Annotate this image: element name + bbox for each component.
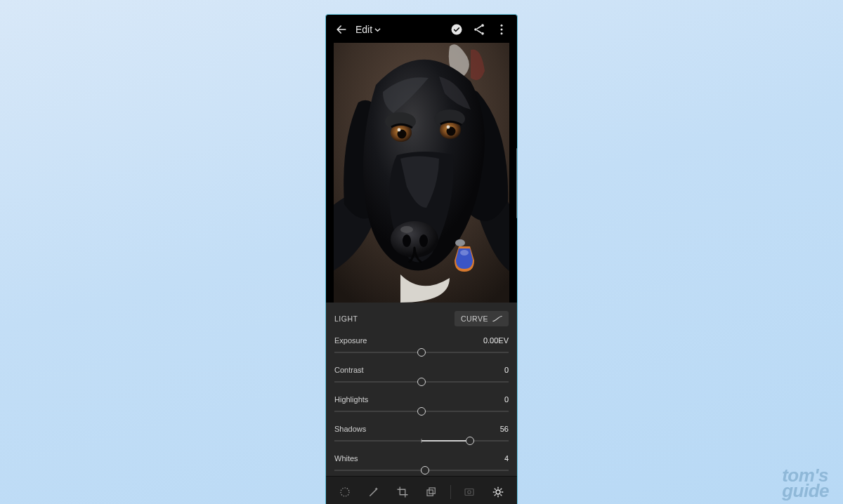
panel-header: LIGHT CURVE [334, 311, 509, 326]
svg-point-27 [496, 490, 500, 494]
wand-icon [367, 486, 380, 498]
more-button[interactable] [493, 21, 510, 38]
svg-point-0 [452, 25, 462, 35]
confirm-button[interactable] [448, 21, 465, 38]
slider-thumb[interactable] [417, 378, 426, 386]
svg-point-5 [501, 29, 503, 31]
slider-track[interactable] [334, 436, 509, 446]
slider-label: Contrast [334, 366, 364, 374]
slider-track[interactable] [334, 406, 509, 416]
sliders-container: Exposure0.00EVContrast0Highlights0Shadow… [334, 336, 509, 476]
slider-value: 0 [504, 366, 509, 374]
circle-dots-icon [339, 486, 351, 498]
share-icon [472, 22, 486, 37]
svg-point-22 [341, 488, 349, 496]
svg-point-19 [400, 226, 413, 233]
svg-rect-23 [429, 488, 435, 493]
phone-frame: Edit [325, 14, 518, 504]
share-button[interactable] [471, 21, 488, 38]
stack-icon [425, 486, 438, 498]
svg-point-18 [419, 234, 428, 247]
crop-icon [396, 486, 409, 498]
slider-value: 0.00EV [483, 336, 509, 345]
healing-tool[interactable] [363, 482, 384, 503]
watermark: tom's guide [782, 468, 829, 498]
toolbar-separator [450, 485, 451, 499]
bottom-toolbar [326, 476, 517, 504]
slider-thumb[interactable] [417, 348, 426, 357]
svg-point-4 [501, 25, 503, 27]
crop-tool[interactable] [392, 482, 413, 503]
light-panel: LIGHT CURVE Exposure0.00EVContrast0Highl… [326, 303, 517, 476]
slider-thumb[interactable] [421, 466, 429, 475]
mask-icon [463, 486, 476, 498]
svg-point-3 [481, 32, 484, 35]
curve-label: CURVE [461, 314, 488, 323]
svg-point-21 [460, 250, 469, 256]
slider-label: Exposure [334, 336, 367, 345]
presets-tool[interactable] [334, 482, 355, 503]
slider-track[interactable] [334, 377, 509, 387]
watermark-line2: guide [782, 484, 829, 498]
phone-side-handle [516, 148, 518, 218]
slider-label: Whites [334, 454, 358, 463]
svg-point-15 [447, 126, 450, 129]
curve-icon [492, 315, 502, 322]
slider-label: Highlights [334, 395, 368, 404]
light-tool[interactable] [488, 482, 509, 503]
masking-tool [459, 482, 480, 503]
svg-point-6 [501, 32, 503, 34]
slider-contrast: Contrast0 [334, 366, 509, 387]
slider-exposure: Exposure0.00EV [334, 336, 509, 357]
svg-point-1 [481, 24, 484, 27]
slider-thumb[interactable] [417, 407, 426, 416]
svg-point-14 [398, 128, 401, 132]
arrow-left-icon [334, 22, 348, 37]
slider-shadows: Shadows56 [334, 425, 509, 446]
mode-label: Edit [355, 24, 372, 35]
mode-dropdown[interactable]: Edit [355, 24, 381, 35]
slider-value: 0 [504, 395, 509, 404]
slider-value: 4 [504, 454, 509, 463]
sun-icon [492, 486, 504, 498]
panel-title: LIGHT [334, 314, 358, 323]
svg-point-26 [468, 490, 471, 493]
svg-rect-24 [427, 490, 433, 496]
app-header: Edit [326, 15, 517, 44]
slider-value: 56 [500, 425, 509, 433]
svg-point-20 [455, 239, 465, 246]
chevron-down-icon [374, 27, 381, 33]
photo-preview[interactable] [334, 43, 509, 303]
more-vertical-icon [495, 22, 509, 37]
curve-button[interactable]: CURVE [455, 311, 509, 326]
slider-label: Shadows [334, 425, 366, 433]
svg-rect-25 [465, 489, 473, 495]
svg-point-2 [474, 28, 477, 31]
versions-tool[interactable] [421, 482, 442, 503]
check-circle-icon [450, 22, 464, 37]
slider-whites: Whites4 [334, 454, 509, 475]
back-button[interactable] [333, 21, 350, 38]
slider-highlights: Highlights0 [334, 395, 509, 416]
slider-thumb[interactable] [466, 437, 474, 445]
slider-track[interactable] [334, 465, 509, 475]
svg-point-17 [403, 234, 411, 247]
slider-track[interactable] [334, 347, 509, 357]
